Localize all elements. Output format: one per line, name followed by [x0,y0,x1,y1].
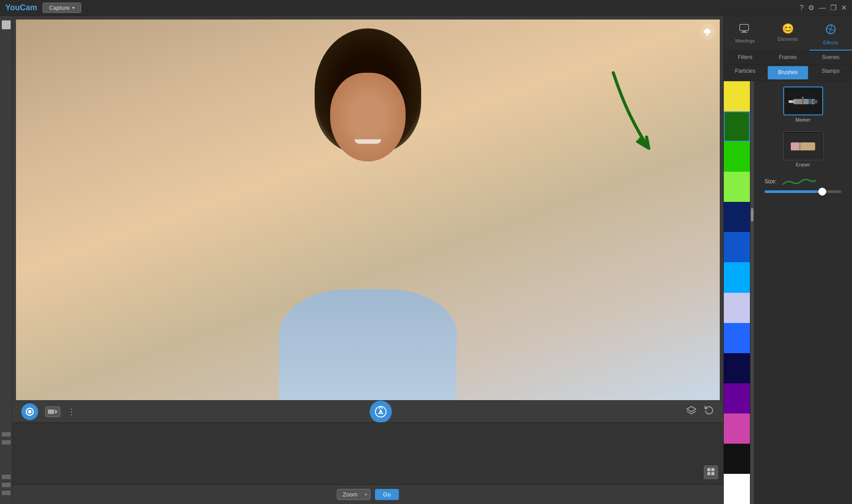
svg-rect-9 [707,472,710,475]
color-swatch-purple[interactable] [724,383,750,413]
brush-panel: Marker [754,81,852,504]
palette-brush-area: Marker [724,81,852,504]
tab-brushes[interactable]: Brushes [768,66,808,79]
size-label-row: Size: [765,176,841,187]
size-wave-preview [781,176,816,187]
record-video-button[interactable] [45,406,60,417]
sidebar-icon-5 [2,483,11,487]
svg-rect-11 [740,24,749,31]
elements-label: Elements [778,36,798,42]
color-swatch-yellow[interactable] [724,81,750,111]
face-shape [330,73,406,161]
brush-grid: Marker [759,87,847,122]
svg-rect-17 [813,100,817,103]
svg-marker-6 [687,406,696,412]
brush-item-marker[interactable]: Marker [783,87,823,122]
tab-stamps[interactable]: Stamps [809,65,852,81]
color-swatch-black[interactable] [724,444,750,474]
capture-button[interactable]: Capture ▾ [43,3,81,13]
svg-rect-12 [742,31,746,32]
size-section: Size: [759,176,847,198]
svg-rect-7 [707,468,710,471]
tab-frames[interactable]: Frames [766,51,809,64]
palette-scrollbar[interactable] [750,81,754,504]
video-frame [16,20,720,400]
eraser-label: Eraser [796,162,810,167]
color-swatch-blue-vivid[interactable] [724,323,750,353]
eraser-grid: Eraser [759,131,847,167]
capture-arrow-icon: ▾ [72,5,75,10]
svg-rect-25 [799,142,801,150]
svg-rect-8 [711,468,714,471]
shutter-button[interactable] [370,401,392,423]
color-swatch-green-dark[interactable] [724,111,750,142]
color-swatch-navy[interactable] [724,202,750,232]
svg-rect-19 [789,100,792,103]
capture-circle-icon [21,403,38,420]
minimize-button[interactable]: — [819,4,826,12]
bottom-controls-bar: ⋮ [12,400,723,422]
effects-label: Effects [823,40,838,45]
layers-button[interactable] [686,405,697,418]
color-swatch-green-light[interactable] [724,172,750,202]
main-layout: ⋮ [0,16,852,504]
capture-photo-button[interactable] [21,403,38,420]
settings-button[interactable]: ⚙ [808,4,814,12]
shutter-circle-icon [370,401,392,423]
more-options-button[interactable]: ⋮ [67,407,75,417]
grid-view-button[interactable] [704,465,718,479]
svg-rect-21 [809,99,812,104]
palette-scrollbar-thumb [751,208,753,221]
three-dots-icon: ⋮ [67,407,75,417]
marker-label: Marker [795,117,810,122]
sidebar-icon-6 [2,491,11,495]
sidebar-icon-3 [2,440,11,445]
restore-button[interactable]: ❐ [830,4,836,12]
svg-rect-24 [791,142,800,150]
color-swatch-magenta[interactable] [724,413,750,444]
marker-thumbnail [783,87,823,115]
capture-label: Capture [49,4,70,11]
tab-elements[interactable]: 😊 Elements [766,20,809,51]
svg-rect-10 [711,472,714,475]
video-area [16,20,720,400]
brush-item-eraser[interactable]: Eraser [783,131,823,167]
tab-filters[interactable]: Filters [724,51,766,64]
effects-tabs-row2: Particles Brushes Stamps [724,65,852,81]
smile-shape [355,139,381,144]
color-swatch-white[interactable] [724,474,750,504]
shirt-shape [279,289,457,400]
center-area: ⋮ [12,16,723,504]
video-background [16,20,720,400]
help-button[interactable]: ? [800,4,804,12]
elements-icon: 😊 [782,23,794,35]
app-title: YouCam [5,3,37,12]
go-button[interactable]: Go [375,489,398,500]
undo-button[interactable] [704,405,714,418]
color-swatch-lavender[interactable] [724,293,750,323]
cloud-upload-button[interactable] [699,24,715,40]
color-palette [724,81,750,504]
color-swatch-dark-navy[interactable] [724,353,750,383]
center-shutter-area [83,401,679,423]
title-bar-left: YouCam Capture ▾ [5,3,81,13]
sidebar-icon-2 [2,432,11,437]
svg-point-2 [28,410,32,413]
left-sidebar [0,16,12,504]
color-swatch-green-bright[interactable] [724,142,750,172]
size-slider[interactable] [765,190,841,193]
tab-meetings[interactable]: Meetings [724,20,766,51]
title-bar-right: ? ⚙ — ❐ ✕ [800,4,847,12]
meetings-icon [739,23,751,36]
eraser-thumbnail [783,131,823,160]
zoom-wrapper: Zoom Fit 50% 100% 200% ▾ [337,489,371,500]
tab-scenes[interactable]: Scenes [809,51,852,64]
tab-effects[interactable]: Effects [809,20,852,51]
close-button[interactable]: ✕ [841,4,847,12]
color-swatch-blue-bright[interactable] [724,262,750,292]
tab-particles[interactable]: Particles [724,65,766,81]
size-text: Size: [765,178,777,185]
zoom-select[interactable]: Zoom Fit 50% 100% 200% [337,489,371,500]
right-panel: Meetings 😊 Elements Effects Filters [723,16,852,504]
color-swatch-blue-medium[interactable] [724,232,750,262]
